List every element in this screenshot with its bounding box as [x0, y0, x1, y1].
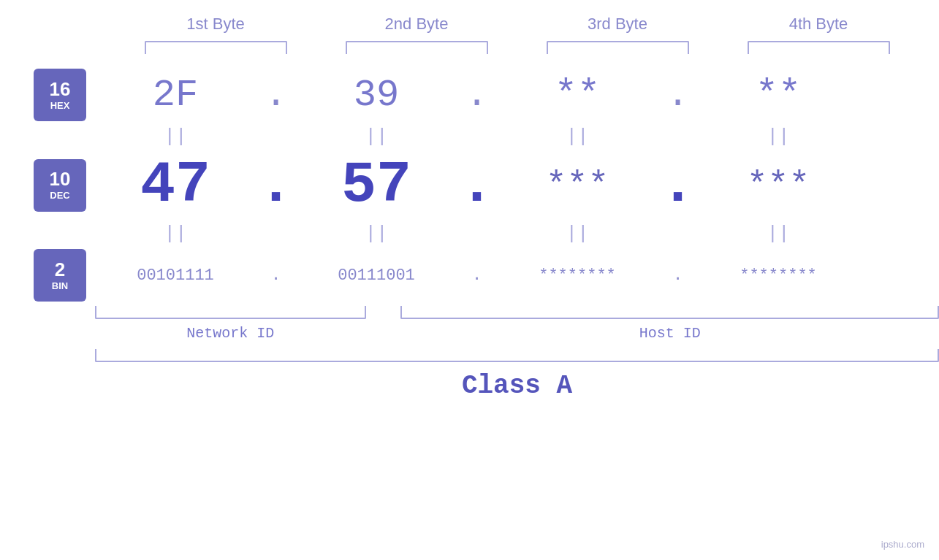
- dec-badge-area: 10 DEC: [0, 159, 95, 212]
- dec-dot1: .: [256, 152, 296, 218]
- dec-b4-cell: ***: [698, 166, 859, 205]
- bracket-b1: [145, 41, 287, 54]
- bin-badge-area: 2 BIN: [0, 249, 95, 302]
- dec-b1-cell: 47: [95, 152, 256, 218]
- hex-b3-cell: **: [497, 74, 658, 117]
- dec-badge-type: DEC: [50, 190, 69, 201]
- bin-b1-value: 00101111: [137, 266, 214, 285]
- host-bracket: [400, 306, 939, 319]
- bin-dot1: .: [256, 266, 296, 285]
- hex-dot3: .: [658, 74, 698, 117]
- hex-badge-area: 16 HEX: [0, 69, 95, 121]
- network-id-label: Network ID: [95, 325, 366, 342]
- byte3-header: 3rd Byte: [537, 15, 698, 34]
- id-labels: Network ID Host ID: [95, 325, 939, 342]
- eq2-b4: ||: [698, 223, 859, 245]
- hex-badge: 16 HEX: [34, 69, 86, 121]
- bin-dot2: .: [457, 266, 497, 285]
- dec-dot2: .: [457, 152, 497, 218]
- dec-badge-num: 10: [50, 169, 71, 188]
- bin-b4-cell: ********: [698, 266, 859, 285]
- hex-badge-type: HEX: [50, 100, 70, 111]
- hex-b4-value: **: [756, 74, 801, 117]
- dec-b4-value: ***: [747, 166, 810, 205]
- bin-b1-cell: 00101111: [95, 266, 256, 285]
- bracket-b4: [748, 41, 890, 54]
- dec-b3-value: ***: [546, 166, 609, 205]
- dec-row: 10 DEC 47 . 57 . *** . ***: [0, 152, 939, 218]
- watermark: ipshu.com: [881, 539, 924, 550]
- hex-dot2: .: [457, 74, 497, 117]
- byte-headers: 1st Byte 2nd Byte 3rd Byte 4th Byte: [115, 15, 919, 34]
- eq1-b4: ||: [698, 126, 859, 147]
- dec-b1-value: 47: [140, 152, 210, 218]
- bin-dot3: .: [658, 266, 698, 285]
- outer-bracket-container: [95, 349, 939, 362]
- hex-dot1: .: [256, 74, 296, 117]
- main-container: 1st Byte 2nd Byte 3rd Byte 4th Byte 16 H…: [0, 0, 939, 560]
- dec-dot3: .: [658, 152, 698, 218]
- eq2-b2: ||: [296, 223, 457, 245]
- hex-b2-value: 39: [354, 74, 399, 117]
- bin-b3-cell: ********: [497, 266, 658, 285]
- bracket-b2: [346, 41, 488, 54]
- eq1-b1: ||: [95, 126, 256, 147]
- bin-badge-num: 2: [55, 260, 65, 279]
- dec-badge: 10 DEC: [34, 159, 86, 212]
- network-bracket: [95, 306, 366, 319]
- class-container: Class A: [95, 371, 939, 401]
- byte1-header: 1st Byte: [135, 15, 296, 34]
- bin-values: 00101111 . 00111001 . ******** . *******…: [95, 266, 939, 285]
- bin-b4-value: ********: [740, 266, 817, 285]
- dec-b3-cell: ***: [497, 166, 658, 205]
- hex-b1-value: 2F: [153, 74, 198, 117]
- host-id-label: Host ID: [400, 325, 939, 342]
- bin-badge-type: BIN: [52, 280, 68, 291]
- bracket-b3: [547, 41, 689, 54]
- bin-row: 2 BIN 00101111 . 00111001 . ******** .: [0, 249, 939, 302]
- bin-badge: 2 BIN: [34, 249, 86, 302]
- bin-b3-value: ********: [539, 266, 616, 285]
- eq1-b2: ||: [296, 126, 457, 147]
- eq-row-1: || || || ||: [0, 121, 939, 152]
- eq-row-2: || || || ||: [0, 218, 939, 249]
- eq1-b3: ||: [497, 126, 658, 147]
- class-label: Class A: [462, 371, 572, 401]
- bin-b2-cell: 00111001: [296, 266, 457, 285]
- hex-b1-cell: 2F: [95, 74, 256, 117]
- hex-b4-cell: **: [698, 74, 859, 117]
- hex-b3-value: **: [555, 74, 600, 117]
- byte4-header: 4th Byte: [738, 15, 899, 34]
- outer-bracket: [95, 349, 939, 362]
- dec-values: 47 . 57 . *** . ***: [95, 152, 939, 218]
- eq2-b1: ||: [95, 223, 256, 245]
- hex-badge-num: 16: [50, 80, 71, 99]
- hex-b2-cell: 39: [296, 74, 457, 117]
- byte2-header: 2nd Byte: [336, 15, 497, 34]
- bottom-brackets: [95, 306, 939, 319]
- eq2-b3: ||: [497, 223, 658, 245]
- dec-b2-cell: 57: [296, 152, 457, 218]
- hex-values: 2F . 39 . ** . **: [95, 74, 939, 117]
- bin-b2-value: 00111001: [338, 266, 415, 285]
- hex-row: 16 HEX 2F . 39 . ** . **: [0, 69, 939, 121]
- top-brackets: [115, 41, 919, 54]
- dec-b2-value: 57: [341, 152, 411, 218]
